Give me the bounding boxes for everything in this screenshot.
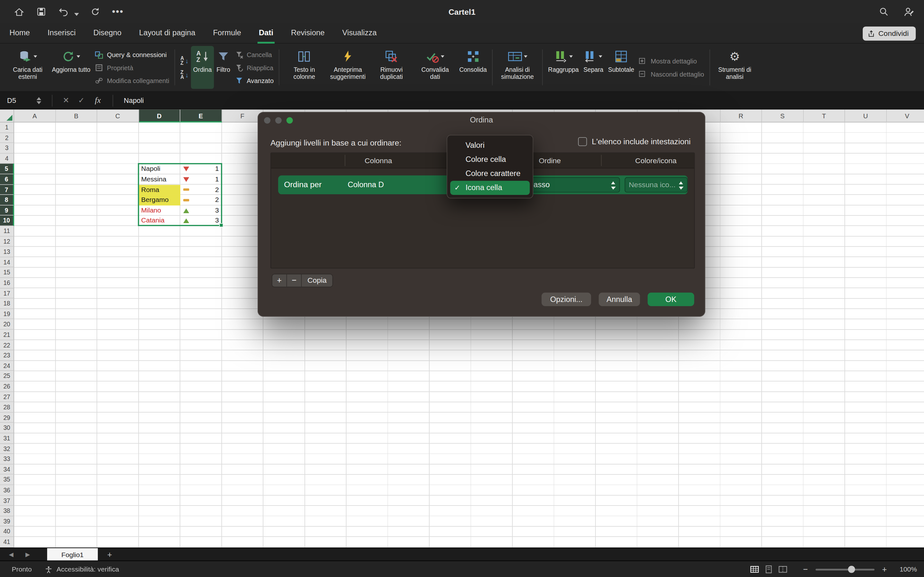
- row-header-25[interactable]: 25: [0, 371, 14, 382]
- name-box[interactable]: D5: [0, 96, 37, 105]
- separa-button[interactable]: Separa: [581, 46, 606, 89]
- column-select[interactable]: Colonna D: [348, 175, 384, 194]
- row-header-20[interactable]: 20: [0, 319, 14, 330]
- anteprima-suggerimenti-button[interactable]: Anteprima suggerimenti: [326, 46, 370, 89]
- nascondi-dettaglio-button[interactable]: Nascondi dettaglio: [639, 69, 704, 79]
- row-header-24[interactable]: 24: [0, 361, 14, 371]
- cell-E6[interactable]: 1: [180, 174, 222, 185]
- column-header-T[interactable]: T: [803, 110, 845, 122]
- cancel-entry-icon[interactable]: ✕: [58, 96, 74, 105]
- row-header-15[interactable]: 15: [0, 268, 14, 278]
- column-header-S[interactable]: S: [762, 110, 803, 122]
- column-header-D[interactable]: D: [139, 110, 180, 122]
- sort-za-button[interactable]: ZA ↓: [180, 69, 188, 81]
- row-header-28[interactable]: 28: [0, 402, 14, 413]
- cell-E5[interactable]: 1: [180, 164, 222, 174]
- cell-D5[interactable]: Napoli: [139, 164, 180, 174]
- modifica-collegamenti-button[interactable]: Modifica collegamenti: [95, 75, 169, 85]
- row-header-23[interactable]: 23: [0, 350, 14, 361]
- cell-D9[interactable]: Milano: [139, 205, 180, 216]
- column-header-V[interactable]: V: [887, 110, 924, 122]
- row-header-21[interactable]: 21: [0, 330, 14, 340]
- row-header-4[interactable]: 4: [0, 153, 14, 164]
- mostra-dettaglio-button[interactable]: Mostra dettaglio: [639, 56, 704, 66]
- rimuovi-duplicati-button[interactable]: Rimuovi duplicati: [370, 46, 413, 89]
- row-header-13[interactable]: 13: [0, 247, 14, 257]
- page-layout-view-icon[interactable]: [764, 565, 773, 574]
- row-header-6[interactable]: 6: [0, 174, 14, 185]
- sheet-nav-back-icon[interactable]: ◀: [6, 551, 16, 558]
- tab-formule[interactable]: Formule: [212, 23, 242, 43]
- zoom-out-button[interactable]: −: [803, 564, 808, 574]
- tab-home[interactable]: Home: [8, 23, 31, 43]
- row-header-27[interactable]: 27: [0, 392, 14, 402]
- cell-D6[interactable]: Messina: [139, 174, 180, 185]
- row-header-32[interactable]: 32: [0, 444, 14, 454]
- row-header-29[interactable]: 29: [0, 413, 14, 423]
- testo-in-colonne-button[interactable]: Testo in colonne: [282, 46, 326, 89]
- filtro-button[interactable]: Filtro: [214, 46, 233, 89]
- analisi-di-simulazione-button[interactable]: Analisi di simulazione: [496, 46, 540, 89]
- cell-E10[interactable]: 3: [180, 216, 222, 226]
- share-button[interactable]: Condividi: [863, 27, 916, 41]
- formula-content[interactable]: Napoli: [124, 96, 144, 105]
- tab-visualizza[interactable]: Visualizza: [341, 23, 378, 43]
- column-header-B[interactable]: B: [56, 110, 97, 122]
- riapplica-button[interactable]: Riapplica: [235, 62, 274, 73]
- row-header-26[interactable]: 26: [0, 382, 14, 392]
- row-header-16[interactable]: 16: [0, 278, 14, 288]
- menu-item-icona-cella[interactable]: ✓Icona cella: [450, 181, 530, 195]
- insert-function-icon[interactable]: fx: [89, 95, 107, 105]
- remove-level-button[interactable]: −: [287, 274, 302, 287]
- tab-inserisci[interactable]: Inserisci: [47, 23, 77, 43]
- tab-disegno[interactable]: Disegno: [92, 23, 123, 43]
- cell-D7[interactable]: Roma: [139, 185, 180, 195]
- convalida-dati-button[interactable]: Convalida dati: [413, 46, 457, 89]
- tab-layout-di-pagina[interactable]: Layout di pagina: [138, 23, 197, 43]
- query-connessioni-button[interactable]: Query & connessioni: [95, 49, 169, 60]
- ordina-button[interactable]: AZ Ordina: [191, 46, 214, 89]
- sort-az-button[interactable]: AZ ↓: [180, 55, 188, 66]
- ok-button[interactable]: OK: [648, 293, 694, 306]
- row-header-5[interactable]: 5: [0, 164, 14, 174]
- zoom-slider[interactable]: [816, 568, 875, 570]
- row-header-31[interactable]: 31: [0, 434, 14, 444]
- row-header-39[interactable]: 39: [0, 516, 14, 526]
- confirm-entry-icon[interactable]: ✓: [74, 96, 89, 105]
- row-header-8[interactable]: 8: [0, 195, 14, 205]
- row-header-18[interactable]: 18: [0, 299, 14, 309]
- row-header-19[interactable]: 19: [0, 309, 14, 319]
- share-person-icon[interactable]: [903, 6, 915, 18]
- row-header-37[interactable]: 37: [0, 496, 14, 506]
- cell-D8[interactable]: Bergamo: [139, 195, 180, 205]
- options-button[interactable]: Opzioni...: [541, 293, 591, 306]
- row-header-17[interactable]: 17: [0, 288, 14, 298]
- row-header-11[interactable]: 11: [0, 226, 14, 236]
- color-icon-select[interactable]: Nessuna ico...: [625, 177, 688, 193]
- menu-item-valori[interactable]: Valori: [450, 139, 530, 153]
- row-header-3[interactable]: 3: [0, 143, 14, 153]
- row-header-36[interactable]: 36: [0, 485, 14, 495]
- menu-item-colore-cella[interactable]: Colore cella: [450, 153, 530, 167]
- has-headers-checkbox[interactable]: L'elenco include intestazioni: [578, 137, 690, 146]
- tab-dati[interactable]: Dati: [258, 23, 274, 43]
- row-header-22[interactable]: 22: [0, 340, 14, 350]
- row-header-7[interactable]: 7: [0, 185, 14, 195]
- row-header-38[interactable]: 38: [0, 506, 14, 516]
- consolida-button[interactable]: Consolida: [457, 46, 489, 89]
- row-header-14[interactable]: 14: [0, 257, 14, 268]
- row-header-2[interactable]: 2: [0, 133, 14, 143]
- avanzato-button[interactable]: Avanzato: [235, 75, 274, 85]
- row-header-40[interactable]: 40: [0, 527, 14, 537]
- copy-level-button[interactable]: Copia: [302, 274, 333, 287]
- row-header-41[interactable]: 41: [0, 537, 14, 547]
- strumenti-di-analisi-button[interactable]: ⚙ Strumenti di analisi: [713, 46, 756, 89]
- raggruppa-button[interactable]: Raggruppa: [546, 46, 581, 89]
- row-header-9[interactable]: 9: [0, 205, 14, 216]
- row-header-34[interactable]: 34: [0, 464, 14, 475]
- aggiorna-tutto-button[interactable]: Aggiorna tutto: [49, 46, 93, 89]
- cell-E9[interactable]: 3: [180, 205, 222, 216]
- row-header-12[interactable]: 12: [0, 237, 14, 247]
- cell-D10[interactable]: Catania: [139, 216, 180, 226]
- cell-E7[interactable]: 2: [180, 185, 222, 195]
